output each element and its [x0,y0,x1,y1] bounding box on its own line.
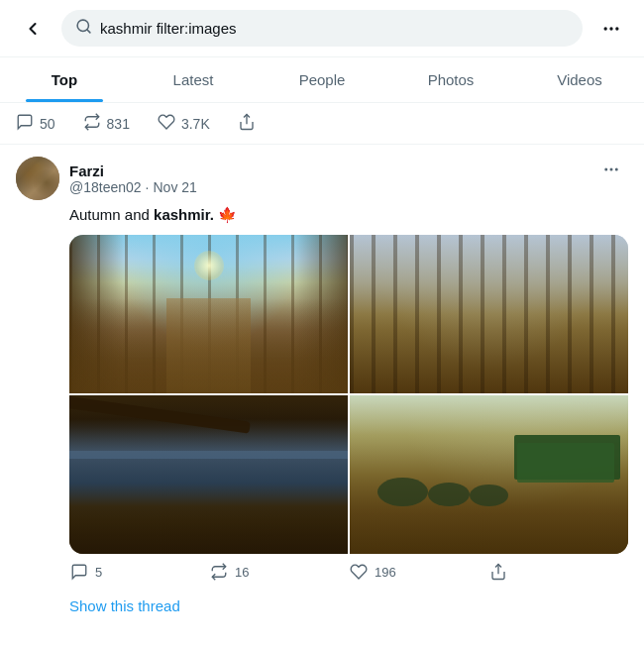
tab-people-label: People [299,71,346,88]
tweet-text-emoji: 🍁 [218,206,237,223]
separator: · [146,179,150,195]
tab-people[interactable]: People [258,57,386,102]
reply-stat: 50 [16,113,55,134]
back-button[interactable] [16,12,50,46]
tweet-actions: 5 16 196 [69,554,628,590]
header: kashmir filter:images [0,0,644,57]
tweet-image-4[interactable] [350,395,628,554]
retweet-stat: 831 [83,113,130,134]
tweet-text-prefix: Autumn and [69,206,154,223]
tweet-date: Nov 21 [154,179,197,195]
avatar[interactable] [16,157,59,200]
author-name: Farzi [69,162,197,179]
tab-top-label: Top [52,71,77,88]
stats-row: 50 831 3.7K [0,103,644,145]
reply-action-count: 5 [95,565,102,580]
like-icon [158,113,175,134]
reply-action-icon [69,562,89,582]
tweet: Farzi @18teen02 · Nov 21 Autumn and kash… [0,145,644,590]
retweet-count: 831 [107,116,130,132]
reply-count: 50 [40,116,55,132]
tab-top[interactable]: Top [0,57,129,102]
retweet-action-icon [209,562,229,582]
like-count: 3.7K [181,116,210,132]
svg-point-2 [604,27,607,30]
author-handle: @18teen02 [69,179,142,195]
share-stat [238,113,256,134]
reply-icon [16,113,34,134]
svg-point-7 [610,168,613,171]
author-handle-date: @18teen02 · Nov 21 [69,179,197,195]
tweet-image-2[interactable] [350,235,628,393]
retweet-action[interactable]: 16 [209,562,349,582]
tab-photos-label: Photos [428,71,475,88]
search-input[interactable]: kashmir filter:images [100,20,569,37]
svg-point-4 [615,27,618,30]
like-action-count: 196 [375,565,396,580]
retweet-action-count: 16 [235,565,249,580]
svg-point-6 [604,168,607,171]
reply-action[interactable]: 5 [69,562,209,582]
tweet-image-grid[interactable] [69,235,628,554]
retweet-icon [83,113,101,134]
tab-latest-label: Latest [173,71,214,88]
tab-videos[interactable]: Videos [515,57,644,102]
tweet-image-3[interactable] [69,395,348,554]
svg-line-1 [87,30,90,33]
tweet-header: Farzi @18teen02 · Nov 21 [16,157,628,200]
share-action[interactable] [488,562,628,582]
share-action-icon [488,562,508,582]
search-bar[interactable]: kashmir filter:images [61,10,583,47]
tab-latest[interactable]: Latest [129,57,258,102]
search-icon [75,18,92,39]
like-action-icon [349,562,369,582]
like-action[interactable]: 196 [349,562,488,582]
more-options-button[interactable] [594,12,628,46]
like-stat: 3.7K [158,113,210,134]
tweet-author: Farzi @18teen02 · Nov 21 [16,157,197,200]
share-icon [238,113,256,134]
tweet-more-button[interactable] [594,157,628,187]
tab-videos-label: Videos [557,71,602,88]
tweet-image-1[interactable] [69,235,348,393]
show-thread-link[interactable]: Show this thread [69,597,180,614]
tab-bar: Top Latest People Photos Videos [0,57,644,103]
svg-point-8 [615,168,618,171]
show-thread-section: Show this thread [0,590,644,631]
author-info: Farzi @18teen02 · Nov 21 [69,162,197,195]
svg-point-3 [609,27,612,30]
tweet-text-bold: kashmir. [154,206,214,223]
tweet-text: Autumn and kashmir. 🍁 [69,204,628,225]
tab-photos[interactable]: Photos [386,57,515,102]
